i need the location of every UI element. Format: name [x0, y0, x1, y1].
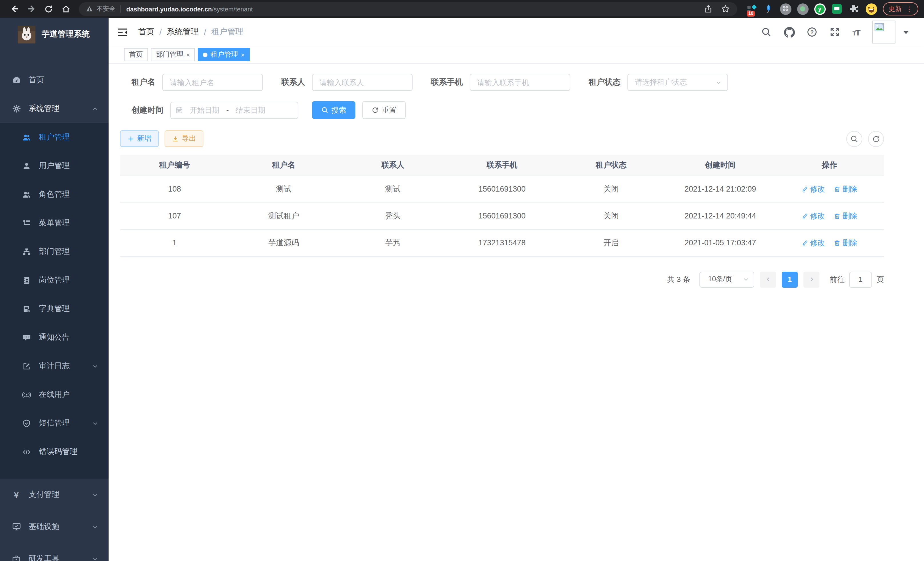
sidebar-item-audit-log[interactable]: 审计日志 — [0, 352, 109, 380]
next-page-button[interactable] — [803, 271, 819, 287]
avatar-caret-icon[interactable] — [903, 29, 909, 35]
system-submenu: 租户管理 用户管理 角色管理 — [0, 123, 109, 479]
extension-chat-icon[interactable] — [831, 3, 843, 15]
date-range-picker[interactable]: - — [170, 102, 298, 119]
toggle-search-button[interactable] — [846, 131, 862, 147]
tab-home[interactable]: 首页 — [124, 48, 148, 61]
edit-link[interactable]: 修改 — [801, 238, 825, 248]
sidebar-item-post[interactable]: 岗位管理 — [0, 266, 109, 295]
date-start-input[interactable] — [186, 105, 223, 115]
sidebar-collapse-icon[interactable] — [116, 26, 129, 38]
sidebar-item-role[interactable]: 角色管理 — [0, 180, 109, 209]
goto-page-input[interactable] — [849, 271, 872, 287]
close-icon[interactable]: × — [186, 51, 190, 58]
pencil-icon — [801, 212, 808, 219]
sidebar-item-tenant[interactable]: 租户管理 — [0, 123, 109, 152]
tab-dept[interactable]: 部门管理 × — [151, 48, 195, 61]
refresh-icon — [872, 135, 880, 143]
message-icon — [22, 332, 32, 342]
sidebar-item-sms[interactable]: 短信管理 — [0, 409, 109, 438]
trash-icon — [834, 186, 841, 193]
reset-button[interactable]: 重置 — [362, 101, 406, 119]
export-button[interactable]: 导出 — [165, 130, 203, 147]
browser-menu-icon[interactable]: ⋮ — [906, 5, 913, 13]
sidebar-item-dict[interactable]: 字典管理 — [0, 295, 109, 323]
delete-link[interactable]: 删除 — [834, 238, 857, 248]
chevron-left-icon — [765, 276, 771, 283]
mobile-input[interactable] — [470, 74, 570, 91]
browser-update-button[interactable]: 更新 ⋮ — [883, 2, 918, 15]
sidebar-item-error-code[interactable]: 错误码管理 — [0, 438, 109, 466]
chevron-down-icon — [743, 276, 749, 283]
extension-y-icon[interactable]: y — [814, 3, 826, 15]
col-mobile: 联系手机 — [447, 155, 556, 176]
delete-link[interactable]: 删除 — [834, 211, 857, 221]
extension-squares-icon[interactable]: 10 — [745, 3, 757, 15]
tenant-name-input[interactable] — [162, 74, 263, 91]
prev-page-button[interactable] — [760, 271, 776, 287]
close-icon[interactable]: × — [241, 51, 244, 58]
add-button[interactable]: 新增 — [120, 130, 159, 147]
page-size-select[interactable]: 10条/页 — [699, 271, 754, 287]
browser-home-button[interactable] — [59, 3, 72, 15]
sidebar-item-menu[interactable]: 菜单管理 — [0, 209, 109, 237]
trash-icon — [834, 239, 841, 246]
date-end-input[interactable] — [232, 105, 269, 115]
filter-row-2: 创建时间 - 搜索 重置 — [131, 101, 884, 119]
extension-kite-icon[interactable] — [762, 3, 774, 15]
extension-command-icon[interactable]: ⌘ — [779, 3, 791, 15]
trash-icon — [834, 212, 841, 219]
status-select[interactable]: 请选择租户状态 — [627, 74, 728, 91]
edit-link[interactable]: 修改 — [801, 184, 825, 194]
refresh-table-button[interactable] — [868, 131, 884, 147]
fullscreen-icon[interactable] — [830, 27, 840, 38]
edit-link[interactable]: 修改 — [801, 211, 825, 221]
table-row: 108 测试 测试 15601691300 关闭 2021-12-14 21:0… — [120, 176, 884, 202]
sidebar-item-user[interactable]: 用户管理 — [0, 152, 109, 180]
sidebar-item-payment[interactable]: ¥ 支付管理 — [0, 479, 109, 511]
col-tenant-name: 租户名 — [229, 155, 338, 176]
broken-image-icon — [874, 23, 885, 32]
breadcrumb-section[interactable]: 系统管理 — [167, 27, 199, 37]
extension-emoji-icon[interactable] — [865, 3, 877, 15]
browser-back-button[interactable] — [8, 3, 21, 15]
breadcrumb-current: 租户管理 — [212, 27, 243, 37]
extension-dot-icon[interactable] — [796, 3, 808, 15]
page-unit-label: 页 — [877, 274, 884, 284]
breadcrumb-home[interactable]: 首页 — [138, 27, 154, 37]
sidebar-menu: 首页 系统管理 租户管理 — [0, 51, 109, 561]
col-contact: 联系人 — [338, 155, 447, 176]
delete-link[interactable]: 删除 — [834, 184, 857, 194]
table-row: 107 测试租户 秃头 15601691300 关闭 2021-12-14 20… — [120, 202, 884, 229]
security-label[interactable]: 不安全 — [97, 5, 116, 13]
shield-icon — [22, 418, 32, 428]
logo-rabbit-image — [18, 26, 35, 43]
col-tenant-id: 租户编号 — [120, 155, 229, 176]
sidebar-item-infrastructure[interactable]: 基础设施 — [0, 511, 109, 543]
sidebar-item-dev-tools[interactable]: 研发工具 — [0, 543, 109, 561]
sidebar-item-dept[interactable]: 部门管理 — [0, 237, 109, 266]
extension-badge: 10 — [747, 11, 755, 17]
chevron-down-icon — [92, 492, 98, 498]
tab-tenant[interactable]: 租户管理 × — [198, 48, 250, 61]
browser-forward-button[interactable] — [25, 3, 38, 15]
address-bar[interactable]: 不安全 dashboard.yudao.iocoder.cn /system/t… — [79, 2, 737, 16]
extensions-puzzle-icon[interactable] — [848, 3, 860, 15]
font-size-icon[interactable]: TT — [852, 27, 860, 37]
bookmark-star-icon[interactable] — [719, 3, 731, 15]
sidebar-item-online-user[interactable]: 在线用户 — [0, 380, 109, 409]
share-icon[interactable] — [702, 3, 714, 15]
header-search-icon[interactable] — [761, 27, 772, 38]
contact-input[interactable] — [312, 74, 412, 91]
search-button[interactable]: 搜索 — [312, 101, 356, 119]
page-1-button[interactable]: 1 — [782, 271, 798, 287]
help-icon[interactable]: ? — [807, 27, 818, 38]
avatar[interactable] — [872, 21, 896, 44]
sidebar-item-system[interactable]: 系统管理 — [0, 94, 109, 123]
browser-reload-button[interactable] — [42, 3, 55, 15]
sidebar-item-notice[interactable]: 通知公告 — [0, 323, 109, 352]
online-broadcast-icon — [22, 390, 32, 399]
sidebar-item-home[interactable]: 首页 — [0, 66, 109, 94]
url-host: dashboard.yudao.iocoder.cn — [126, 5, 212, 12]
github-icon[interactable] — [784, 27, 795, 38]
